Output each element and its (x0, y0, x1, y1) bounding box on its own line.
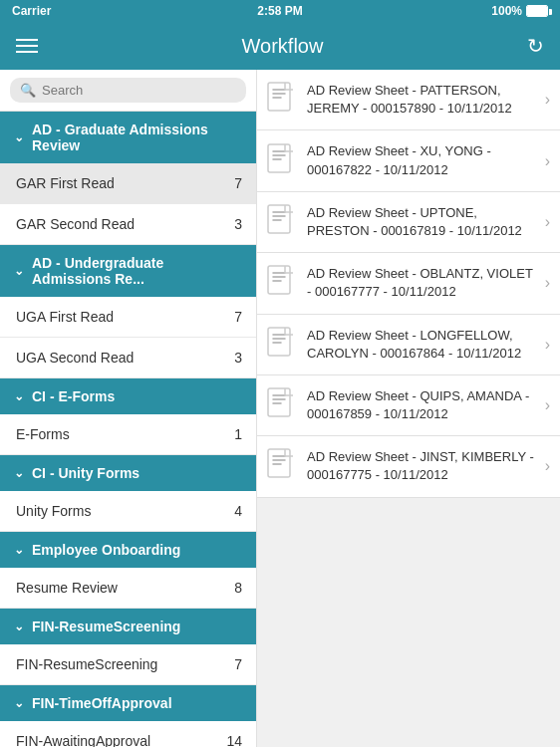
document-icon (267, 387, 297, 423)
list-item[interactable]: AD Review Sheet - PATTERSON, JEREMY - 00… (257, 70, 560, 130)
header: Workflow ↻ (0, 22, 560, 70)
section-label: FIN-ResumeScreening (32, 619, 180, 634)
sidebar-item-count: 8 (234, 580, 242, 596)
svg-rect-1 (268, 144, 290, 172)
search-bar: 🔍 (0, 70, 256, 112)
svg-rect-6 (268, 449, 290, 477)
chevron-right-icon: › (545, 457, 550, 475)
chevron-right-icon: › (545, 274, 550, 292)
menu-button[interactable] (16, 39, 38, 53)
search-input[interactable] (42, 83, 236, 98)
list-item-text: AD Review Sheet - JINST, KIMBERLY - 0001… (307, 448, 535, 484)
sidebar-item-label: UGA First Read (16, 309, 114, 325)
section-ad-undergrad[interactable]: ⌄ AD - Undergraduate Admissions Re... (0, 245, 256, 297)
svg-rect-4 (268, 328, 290, 356)
list-item[interactable]: AD Review Sheet - LONGFELLOW, CAROLYN - … (257, 315, 560, 375)
chevron-down-icon: ⌄ (14, 130, 24, 144)
sidebar-item-count: 1 (234, 426, 242, 442)
main-content: 🔍 ⌄ AD - Graduate Admissions Review GAR … (0, 70, 560, 747)
sidebar-item-count: 3 (234, 216, 242, 232)
sidebar-item-gar-first-read[interactable]: GAR First Read 7 (0, 163, 256, 204)
document-icon (267, 82, 297, 118)
sidebar-item-count: 4 (234, 503, 242, 519)
svg-rect-5 (268, 388, 290, 416)
sidebar-item-label: E-Forms (16, 426, 70, 442)
sidebar: 🔍 ⌄ AD - Graduate Admissions Review GAR … (0, 70, 257, 747)
chevron-down-icon: ⌄ (14, 543, 24, 557)
sidebar-item-fin-awaitingapproval[interactable]: FIN-AwaitingApproval 14 (0, 721, 256, 747)
sidebar-item-gar-second-read[interactable]: GAR Second Read 3 (0, 204, 256, 245)
list-item[interactable]: AD Review Sheet - XU, YONG - 000167822 -… (257, 130, 560, 191)
sidebar-item-count: 14 (226, 733, 242, 747)
svg-rect-0 (268, 83, 290, 111)
svg-rect-2 (268, 205, 290, 233)
list-item[interactable]: AD Review Sheet - OBLANTZ, VIOLET - 0001… (257, 253, 560, 314)
sidebar-item-label: FIN-ResumeScreening (16, 656, 157, 672)
chevron-right-icon: › (545, 91, 550, 109)
battery-label: 100% (491, 4, 522, 18)
svg-rect-3 (268, 266, 290, 294)
section-label: Employee Onboarding (32, 542, 180, 558)
chevron-right-icon: › (545, 152, 550, 170)
chevron-right-icon: › (545, 213, 550, 231)
sidebar-item-unity-forms[interactable]: Unity Forms 4 (0, 491, 256, 532)
document-icon (267, 265, 297, 301)
sidebar-item-count: 7 (234, 175, 242, 191)
section-ci-unity[interactable]: ⌄ CI - Unity Forms (0, 455, 256, 491)
sidebar-item-uga-second-read[interactable]: UGA Second Read 3 (0, 338, 256, 378)
document-icon (267, 204, 297, 240)
page-title: Workflow (242, 35, 324, 58)
sidebar-item-label: UGA Second Read (16, 350, 134, 366)
list-item-text: AD Review Sheet - UPTONE, PRESTON - 0001… (307, 204, 535, 240)
section-label: FIN-TimeOffApproval (32, 695, 172, 711)
sidebar-item-label: Resume Review (16, 580, 118, 596)
list-item-text: AD Review Sheet - PATTERSON, JEREMY - 00… (307, 82, 535, 118)
sidebar-item-resume-review[interactable]: Resume Review 8 (0, 568, 256, 609)
chevron-down-icon: ⌄ (14, 389, 24, 403)
sidebar-item-uga-first-read[interactable]: UGA First Read 7 (0, 297, 256, 338)
document-icon (267, 327, 297, 363)
chevron-right-icon: › (545, 336, 550, 354)
sidebar-item-label: FIN-AwaitingApproval (16, 733, 150, 747)
status-bar: Carrier 2:58 PM 100% (0, 0, 560, 22)
chevron-down-icon: ⌄ (14, 466, 24, 480)
list-item-text: AD Review Sheet - XU, YONG - 000167822 -… (307, 142, 535, 178)
document-icon (267, 448, 297, 484)
chevron-down-icon: ⌄ (14, 696, 24, 710)
sidebar-item-eforms[interactable]: E-Forms 1 (0, 414, 256, 455)
list-item[interactable]: AD Review Sheet - QUIPS, AMANDA - 000167… (257, 375, 560, 436)
list-item[interactable]: AD Review Sheet - JINST, KIMBERLY - 0001… (257, 436, 560, 497)
refresh-icon[interactable]: ↻ (527, 34, 544, 58)
search-icon: 🔍 (20, 83, 36, 98)
section-label: CI - E-Forms (32, 388, 115, 404)
sidebar-item-label: GAR First Read (16, 175, 115, 191)
sidebar-item-label: GAR Second Read (16, 216, 135, 232)
section-fin-timeoff[interactable]: ⌄ FIN-TimeOffApproval (0, 685, 256, 721)
status-bar-right: 100% (491, 4, 548, 18)
list-item[interactable]: AD Review Sheet - UPTONE, PRESTON - 0001… (257, 192, 560, 253)
sidebar-item-fin-resumescreening[interactable]: FIN-ResumeScreening 7 (0, 644, 256, 685)
list-item-text: AD Review Sheet - LONGFELLOW, CAROLYN - … (307, 327, 535, 363)
sidebar-item-count: 7 (234, 656, 242, 672)
section-employee-onboarding[interactable]: ⌄ Employee Onboarding (0, 532, 256, 568)
document-icon (267, 143, 297, 179)
time-label: 2:58 PM (257, 4, 302, 18)
chevron-right-icon: › (545, 396, 550, 414)
section-ci-eforms[interactable]: ⌄ CI - E-Forms (0, 378, 256, 414)
sidebar-item-count: 3 (234, 350, 242, 366)
list-item-text: AD Review Sheet - OBLANTZ, VIOLET - 0001… (307, 265, 535, 301)
chevron-down-icon: ⌄ (14, 264, 24, 278)
chevron-down-icon: ⌄ (14, 620, 24, 633)
carrier-label: Carrier (12, 4, 51, 18)
battery-icon (526, 5, 548, 17)
section-label: CI - Unity Forms (32, 465, 140, 481)
section-ad-grad[interactable]: ⌄ AD - Graduate Admissions Review (0, 112, 256, 163)
section-label: AD - Graduate Admissions Review (32, 122, 242, 153)
right-panel: AD Review Sheet - PATTERSON, JEREMY - 00… (257, 70, 560, 747)
section-fin-resume[interactable]: ⌄ FIN-ResumeScreening (0, 609, 256, 644)
search-input-wrap[interactable]: 🔍 (10, 78, 246, 103)
list-item-text: AD Review Sheet - QUIPS, AMANDA - 000167… (307, 387, 535, 423)
section-label: AD - Undergraduate Admissions Re... (32, 255, 242, 287)
sidebar-item-label: Unity Forms (16, 503, 91, 519)
sidebar-item-count: 7 (234, 309, 242, 325)
